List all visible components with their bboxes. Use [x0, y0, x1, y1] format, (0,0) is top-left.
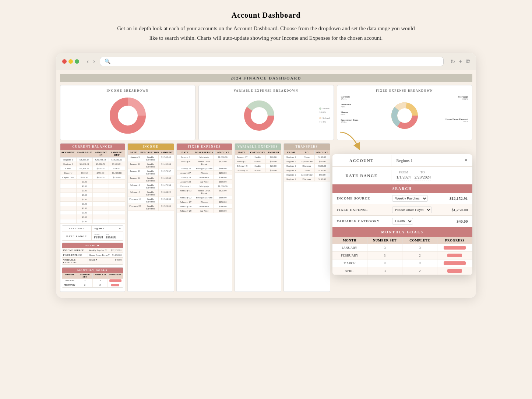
table-row: $0.00 — [60, 197, 125, 202]
fixed-donut-container — [372, 95, 437, 136]
table-row: January 12Weekly Paycheck$1,498.04 — [128, 162, 174, 169]
bottom-form-area: ACCOUNT Regions 1 ▾ DATE RANGE — [60, 224, 125, 292]
income-donut-container — [64, 95, 191, 136]
table-row: February 13House Down Paymt$625.00 — [177, 188, 232, 195]
fixed-header: FIXED EXPENSES — [177, 144, 232, 150]
dashboard-header: 2024 FINANCE DASHBOARD — [60, 74, 472, 82]
popup-card: ACCOUNT Regions 1 ▾ DATE RANGE FROM — [332, 154, 472, 275]
dropdown-icon: ▾ — [465, 158, 467, 163]
popup-goals-header: MONTHLY GOALS — [332, 227, 472, 237]
forward-button[interactable]: › — [92, 58, 96, 65]
fixed-col-headers: DATE DESCRIPTION AMOUNT — [177, 150, 232, 155]
address-bar[interactable]: 🔍 — [100, 57, 444, 66]
copy-button[interactable]: ⧉ — [466, 58, 470, 65]
variable-chart-title: VARIABLE EXPENSE BREAKDOWN — [202, 89, 330, 92]
table-row: $0.00 — [60, 202, 125, 206]
table-row: Chase$1,391.53$600.00$74.99 — [60, 166, 125, 171]
table-row: January 1Mortgage$1,300.00 — [177, 155, 232, 159]
table-row: February 2Weekly Paycheck$1,476.54 — [128, 183, 174, 190]
small-search-row: INCOME SOURCE Weekly Paychec ▾ $12,152.9… — [62, 248, 123, 253]
fixed-section: FIXED EXPENSES DATE DESCRIPTION AMOUNT J… — [176, 143, 232, 292]
table-row: January 27Phones$250.00 — [177, 171, 232, 175]
back-button[interactable]: ‹ — [86, 58, 90, 65]
browser-toolbar: ‹ › 🔍 ↻ + ⧉ — [56, 53, 476, 70]
arrow-svg — [336, 128, 366, 151]
table-row: $0.00 — [60, 219, 125, 224]
page-description: Get an in depth look at each of your acc… — [115, 24, 417, 43]
goals-row-april: APRIL 3 2 — [332, 267, 472, 275]
fixed-donut-svg — [388, 99, 421, 132]
page-title: Account Dashboard — [232, 11, 301, 20]
popup-wrapper: ACCOUNT Regions 1 ▾ DATE RANGE FROM — [332, 143, 472, 294]
goals-row-january: JANUARY 3 3 — [332, 244, 472, 252]
table-row: $0.00 — [60, 188, 125, 193]
table-row: Discover$80.12$750.00$1,469.88 — [60, 171, 125, 175]
small-search-header: SEARCH — [62, 243, 123, 248]
table-row: $0.00 — [60, 215, 125, 219]
small-goals-row: JANUARY 3 3 — [62, 279, 123, 283]
dropdown-icon: ▾ — [119, 227, 121, 230]
table-row: $0.00 — [60, 180, 125, 184]
fixed-expense-dropdown[interactable]: House Down Paym — [392, 206, 432, 213]
account-value-display: Regions 1 ▾ — [92, 226, 123, 232]
income-source-dropdown[interactable]: Weekly Paychec — [392, 195, 428, 202]
table-row: $0.00 — [60, 206, 125, 211]
table-row: January 5Weekly Paycheck$1,503.45 — [128, 155, 174, 162]
popup-search-income-row: INCOME SOURCE Weekly Paychec $12,152.91 — [332, 193, 472, 204]
table-row: Regions 2Capitol One$50.00 — [284, 173, 330, 177]
table-row: February 1Mortgage$1,300.00 — [177, 184, 232, 188]
table-row: February 23Weekly Paycheck$1,521.09 — [128, 204, 174, 211]
table-row: January 30Car Note$650.00 — [177, 180, 232, 184]
fixed-chart-title: FIXED EXPENSE BREAKDOWN — [341, 89, 468, 92]
income-chart-box: INCOME BREAKDOWN — [60, 85, 195, 140]
income-section: INCOME DATE DESCRIPTION AMOUNT January 5… — [127, 143, 174, 292]
table-row: February 29Car Note$650.00 — [177, 209, 232, 213]
table-row: February 9Health$20.00 — [235, 164, 281, 168]
popup-search-variable-row: VARIABLE CATEGORY Health $40.00 — [332, 216, 472, 227]
variable-donut-container — [202, 95, 317, 136]
variable-col-headers: DATE CATEGORY AMOUNT — [235, 150, 281, 155]
small-goals-header: MONTHLY GOALS — [62, 268, 123, 273]
popup-daterange-label: DATE RANGE — [332, 170, 391, 181]
variable-section: VARIABLE EXPENSES DATE CATEGORY AMOUNT J… — [235, 143, 281, 292]
table-row: January 22Emergency Fund$680.00 — [177, 166, 232, 171]
arrow-container — [332, 143, 472, 151]
table-row: Regions 2Capitol One$50.00 — [284, 159, 330, 164]
dashboard-content: 2024 FINANCE DASHBOARD INCOME BREAKDOWN — [56, 70, 476, 298]
browser-window: ‹ › 🔍 ↻ + ⧉ 2024 FINANCE DASHBOARD INCOM… — [56, 53, 476, 298]
svg-point-3 — [120, 107, 136, 124]
table-row: February 27Phones$250.00 — [177, 200, 232, 204]
main-left: CURRENT BALANCES ACCOUNT AVAILABLE AMOUN… — [60, 143, 330, 294]
fixed-legend-right: Mortgage34.2% House Down Payment16.4% — [439, 95, 468, 126]
small-search-row: FIXED EXPENSE House Down Paym ▾ $1,250.0… — [62, 253, 123, 258]
income-chart-title: INCOME BREAKDOWN — [64, 89, 191, 92]
table-row: $0.00 — [60, 211, 125, 215]
table-row: February 22Emergency Fund$680.00 — [177, 195, 232, 200]
table-row: February 13School$20.00 — [235, 168, 281, 173]
table-row: February 9Weekly Paycheck$1,634.22 — [128, 190, 174, 197]
table-row: Regions 2Chase$150.00 — [284, 155, 330, 159]
table-row: Regions 2$1,061.61$8,596.50$7,403.91 — [60, 162, 125, 166]
table-row: Capitol One$121.92$200.00$778.08 — [60, 175, 125, 180]
add-button[interactable]: + — [459, 58, 462, 65]
variable-header: VARIABLE EXPENSES — [235, 144, 281, 150]
popup-account-value[interactable]: Regions 1 ▾ — [391, 154, 472, 166]
balances-header: CURRENT BALANCES — [60, 144, 125, 150]
popup-daterange-row: DATE RANGE FROM 1/1/2024 TO 2/29/2024 — [332, 167, 472, 184]
charts-row: INCOME BREAKDOWN VARIABLE EXPENSE BREAKD… — [60, 85, 472, 140]
dot-red — [62, 59, 67, 64]
table-row: January 21School$50.00 — [235, 159, 281, 164]
date-range-label: DATE RANGE — [62, 232, 92, 240]
tables-row: CURRENT BALANCES ACCOUNT AVAILABLE AMOUN… — [60, 143, 330, 292]
income-header: INCOME — [128, 144, 174, 150]
table-row: January 8House Down Paymt$625.00 — [177, 159, 232, 166]
table-row: January 17Health$20.00 — [235, 155, 281, 159]
table-row: January 19Weekly Paycheck$1,571.57 — [128, 169, 174, 176]
transfers-col-headers: FROM TO AMOUNT — [284, 150, 330, 155]
goals-row-february: FEBRUARY 3 2 — [332, 252, 472, 259]
variable-category-dropdown[interactable]: Health — [392, 218, 413, 225]
reload-button[interactable]: ↻ — [450, 58, 455, 65]
table-row: Regions 2Discover$150.00 — [284, 177, 330, 181]
svg-point-12 — [399, 110, 411, 121]
popup-search-header: SEARCH — [332, 184, 472, 193]
